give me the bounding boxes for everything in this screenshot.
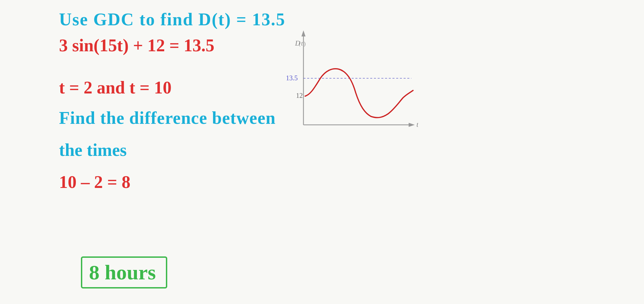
svg-text:13.5: 13.5 [286,74,298,82]
instruction-line: Use GDC to find D(t) = 13.5 [59,9,285,29]
equation-line: 3 sin(15t) + 12 = 13.5 [59,35,214,55]
svg-text:12: 12 [296,92,303,99]
svg-text:t: t [301,40,303,47]
answer-box: 8 hours [81,256,167,288]
svg-text:t: t [416,120,418,129]
svg-marker-1 [301,30,305,36]
subtraction-line: 10 – 2 = 8 [59,172,130,192]
svg-text:): ) [304,41,305,47]
svg-text:(: ( [299,41,300,47]
graph-container: D ( t ) t 13.5 12 [276,27,418,142]
svg-marker-3 [409,123,415,127]
graph-svg: D ( t ) t 13.5 12 [276,27,418,142]
the-times-line: the times [59,140,127,160]
answer-text: 8 hours [89,261,156,284]
find-difference-line: Find the difference between [59,108,276,128]
solution-line: t = 2 and t = 10 [59,78,172,98]
